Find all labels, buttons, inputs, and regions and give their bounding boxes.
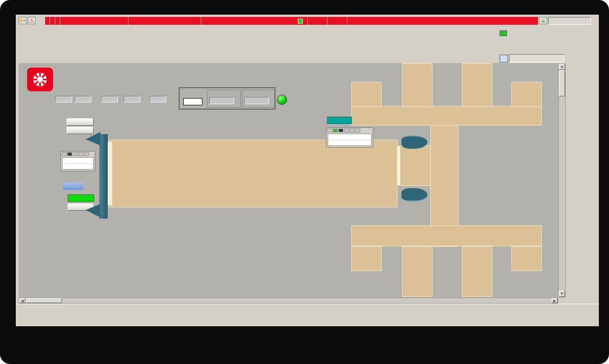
tank-left-wall xyxy=(108,142,112,205)
forehearth-band-top xyxy=(351,106,542,126)
faceplate-cell xyxy=(355,128,360,132)
pe81-faceplate[interactable] xyxy=(326,127,373,148)
alarm-list-icon[interactable] xyxy=(19,17,27,24)
fire-change-panel xyxy=(179,87,276,110)
alarm-warning-icon[interactable]: ⚠ xyxy=(28,17,36,24)
alarm-time xyxy=(50,17,55,25)
scroll-right-icon[interactable]: ▶ xyxy=(551,298,558,303)
faceplate-body xyxy=(62,157,94,170)
screen-menu xyxy=(19,27,497,62)
cnbm-logo xyxy=(27,68,53,91)
faceplate-cell xyxy=(344,128,349,132)
alarm-bar: ⚠ ⇊ xyxy=(19,17,599,25)
te20-1-value[interactable] xyxy=(101,96,118,103)
stirrer-machine-bottom xyxy=(401,188,427,202)
fire-time-remaining-value[interactable] xyxy=(244,97,269,104)
faceplate-cell xyxy=(61,152,67,156)
scroll-up-icon[interactable]: ▲ xyxy=(559,64,565,70)
faceplate-cell xyxy=(67,152,72,156)
fire-mode-value[interactable] xyxy=(183,98,202,105)
scroll-down-icon[interactable]: ▼ xyxy=(559,291,565,297)
te20-2-value[interactable] xyxy=(149,96,166,103)
stirrer-machine-top xyxy=(401,135,427,149)
forehearth-band-bottom xyxy=(351,225,542,246)
alarm-message xyxy=(129,17,201,25)
faceplate-cell xyxy=(333,128,338,132)
water-inlet-group xyxy=(54,83,122,106)
pt20-2-value[interactable] xyxy=(123,96,140,103)
left-feeder-on-button[interactable] xyxy=(67,118,94,126)
fire-time-set-value[interactable] xyxy=(209,97,234,104)
button-toolbar xyxy=(16,304,599,326)
process-view xyxy=(19,63,558,298)
alarm-status-icon xyxy=(298,19,303,24)
fire-time-remaining-group xyxy=(242,90,276,108)
forehearth-stub-tl xyxy=(351,82,382,107)
forehearth-column-t2 xyxy=(462,63,492,107)
melter-tank xyxy=(109,140,398,207)
fsw0-value[interactable] xyxy=(55,96,72,103)
throat-channel xyxy=(398,145,433,186)
left-feeder-off-button[interactable] xyxy=(67,127,94,134)
flame-status-lamp xyxy=(277,95,287,105)
faceplate-cell xyxy=(78,152,83,156)
faceplate-body xyxy=(328,134,372,146)
throat-gate xyxy=(396,145,401,186)
system-datetime xyxy=(548,17,591,25)
alarm-date xyxy=(45,17,50,25)
faceplate-cell xyxy=(327,128,332,132)
cnbm-rosette-icon xyxy=(30,70,50,89)
forehearth-column-t1 xyxy=(402,63,433,107)
faceplate-cell xyxy=(73,152,78,156)
water-outlet-group xyxy=(120,83,188,106)
right-feeder-on-button[interactable] xyxy=(68,194,94,202)
alarm-ack-icon[interactable]: ⇊ xyxy=(539,17,547,24)
scroll-left-icon[interactable]: ◀ xyxy=(19,298,25,303)
active-alarm-row[interactable] xyxy=(45,17,538,25)
alarm-tag xyxy=(60,17,129,25)
forehearth-stub-bl xyxy=(351,246,382,271)
forehearth-column-b1 xyxy=(402,246,433,297)
pe81-value[interactable] xyxy=(327,117,352,124)
current-user xyxy=(509,54,564,63)
user-icon[interactable] xyxy=(500,55,508,63)
forehearth-column-b2 xyxy=(462,246,492,297)
level-gauge-faceplate[interactable] xyxy=(60,151,95,171)
pt20-1-value[interactable] xyxy=(74,96,91,103)
screen: ⚠ ⇊ xyxy=(0,0,609,364)
feeder-frequency-value[interactable] xyxy=(63,183,83,190)
horizontal-scrollbar[interactable]: ◀ ▶ xyxy=(19,298,558,304)
faceplate-cell xyxy=(84,152,89,156)
horizontal-scroll-thumb[interactable] xyxy=(26,298,62,303)
forehearth-stub-br xyxy=(511,246,542,271)
batch-feeder-machine xyxy=(99,134,108,219)
alarm-status xyxy=(295,17,308,25)
connection-status-chip xyxy=(500,30,507,36)
faceplate-cell xyxy=(338,128,343,132)
vertical-scrollbar[interactable]: ▲ ▼ xyxy=(558,63,566,298)
forehearth-stub-tr xyxy=(511,82,542,107)
vertical-scroll-thumb[interactable] xyxy=(559,70,565,96)
faceplate-cell xyxy=(350,128,355,132)
alarm-count xyxy=(55,17,60,25)
fire-time-set-group xyxy=(207,90,241,108)
